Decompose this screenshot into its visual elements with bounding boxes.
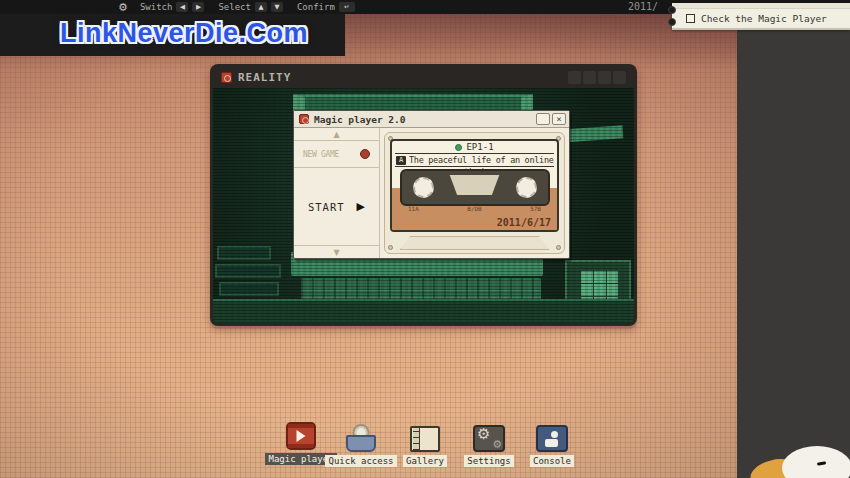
cassette-marks: 11A B/DB 57B [408, 205, 541, 212]
magic-player-titlebar: Magic player 2.0 × [294, 111, 569, 128]
record-dot-icon [360, 149, 370, 159]
magic-player-title: Magic player 2.0 [314, 114, 406, 125]
episode-title-line1: The peaceful life of an online [409, 155, 554, 165]
tape-cutout [444, 175, 506, 195]
game-screen: REALITY [0, 0, 850, 478]
book-spine [413, 428, 420, 450]
icon-label: Gallery [403, 455, 447, 467]
settings-icon: ⚙ ⚙ [472, 424, 506, 452]
game-date: 2011/ [628, 1, 658, 12]
desk-surface [213, 299, 634, 323]
start-label: START [308, 201, 345, 213]
notepad-header-strip [672, 3, 850, 9]
window-button[interactable] [598, 71, 611, 84]
objective-item[interactable]: Check the Magic Player [686, 13, 827, 24]
gear-large-icon: ⚙ [477, 425, 490, 443]
scroll-down-arrow[interactable]: ▼ [294, 245, 379, 258]
objective-label: Check the Magic Player [701, 13, 827, 24]
switch-label: Switch [140, 2, 173, 12]
episode-row: EP1-1 [395, 141, 554, 154]
window-button[interactable] [613, 71, 626, 84]
cassette-mark: 57B [530, 205, 541, 212]
confirm-label: Confirm [297, 2, 335, 12]
figure-body [545, 439, 558, 447]
minimize-button[interactable] [536, 113, 550, 125]
close-button[interactable]: × [552, 113, 566, 125]
arrow-up-key-icon: ▲ [255, 2, 267, 12]
arrow-left-key-icon: ◀ [176, 2, 188, 12]
new-game-item[interactable]: NEW GAME [294, 141, 379, 168]
tape-reel-icon [516, 177, 537, 198]
desktop-icon-quick-access[interactable]: Quick access [328, 424, 394, 467]
screw-icon [388, 245, 393, 250]
figure-head [551, 431, 558, 438]
objective-checkbox[interactable] [686, 14, 695, 23]
play-icon [297, 430, 306, 442]
magic-player-menu: ▲ NEW GAME START ▶ ▼ [294, 128, 380, 258]
select-hint: Select ▲ ▼ [218, 2, 283, 12]
desktop-icon-console[interactable]: Console [519, 424, 585, 467]
reality-window-title: REALITY [238, 71, 291, 84]
gear-small-icon: ⚙ [492, 438, 502, 451]
window-button[interactable] [568, 71, 581, 84]
desktop-icon-gallery[interactable]: Gallery [392, 424, 458, 467]
arrow-right-key-icon: ▶ [192, 2, 204, 12]
shelf-box [219, 282, 279, 296]
cassette-panel: EP1-1 A The peaceful life of an online m… [384, 132, 565, 254]
enter-key-icon: ↵ [339, 2, 355, 12]
magic-player-window[interactable]: Magic player 2.0 × ▲ NEW GAME START ▶ ▼ [293, 110, 570, 259]
cassette-mark: B/DB [467, 205, 481, 212]
console-icon [535, 424, 569, 452]
reality-window-buttons [568, 71, 626, 84]
reality-app-icon [221, 72, 232, 83]
desktop-icon-settings[interactable]: ⚙ ⚙ Settings [456, 424, 522, 467]
cassette-date: 2011/6/17 [497, 217, 551, 228]
objective-notepad: Check the Magic Player [672, 3, 850, 30]
confirm-hint: Confirm ↵ [297, 2, 355, 12]
play-arrow-icon: ▶ [357, 200, 365, 213]
episode-label: EP1-1 [466, 142, 493, 152]
shelf-box [217, 246, 271, 260]
reality-titlebar: REALITY [213, 67, 634, 88]
duck-head [782, 446, 850, 478]
cassette-mark: 11A [408, 205, 419, 212]
scroll-up-arrow[interactable]: ▲ [294, 128, 379, 141]
spiral-binding-icon [668, 18, 676, 26]
magic-player-app-icon [299, 114, 309, 124]
start-item[interactable]: START ▶ [294, 168, 379, 245]
tape-window [400, 169, 550, 206]
bag-icon [346, 435, 376, 452]
title-row: A The peaceful life of an online [395, 154, 554, 167]
spiral-binding-icon [668, 6, 676, 14]
icon-label: Quick access [325, 455, 396, 467]
cassette-tape[interactable]: EP1-1 A The peaceful life of an online m… [390, 139, 559, 232]
watermark-text: LinkNeverDie.Com [60, 18, 308, 49]
screw-icon [556, 245, 561, 250]
new-game-label: NEW GAME [303, 150, 339, 159]
gallery-icon [408, 424, 442, 452]
window-button[interactable] [583, 71, 596, 84]
tape-reel-icon [413, 177, 434, 198]
arrow-down-key-icon: ▼ [271, 2, 283, 12]
episode-dot-icon [455, 144, 462, 151]
quick-access-icon [344, 424, 378, 452]
desktop-icon-magic-player[interactable]: Magic player [268, 422, 334, 465]
magic-player-icon [284, 422, 318, 450]
shelf-box [215, 264, 281, 278]
icon-label: Console [530, 455, 574, 467]
icon-label: Settings [464, 455, 513, 467]
label-badge-icon: A [396, 156, 406, 165]
gear-icon[interactable]: ⚙ [118, 1, 128, 14]
watermark-band: LinkNeverDie.Com [0, 14, 345, 56]
cassette-base [400, 236, 550, 250]
switch-hint: Switch ◀ ▶ [140, 2, 205, 12]
select-label: Select [218, 2, 251, 12]
